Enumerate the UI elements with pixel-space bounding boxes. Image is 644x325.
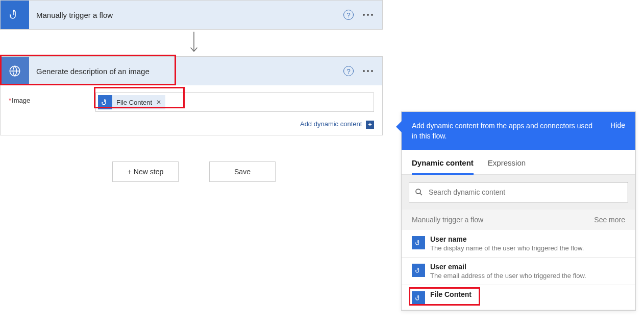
action-header[interactable]: Generate description of an image ? [1,57,382,85]
section-title: Manually trigger a flow [412,216,483,224]
search-box[interactable] [409,182,628,202]
item-desc: The display name of the user who trigger… [430,244,625,252]
panel-header-text: Add dynamic content from the apps and co… [412,121,596,141]
svg-line-4 [420,193,422,195]
trigger-icon [412,264,425,277]
trigger-title: Manually trigger a flow [29,11,343,19]
panel-tabs: Dynamic content Expression [402,150,635,175]
panel-caret-icon [396,121,402,132]
action-title: Generate description of an image [29,67,343,76]
save-button[interactable]: Save [209,161,276,182]
tab-expression[interactable]: Expression [488,158,526,174]
hide-button[interactable]: Hide [610,121,625,129]
item-title: File Content [430,290,625,298]
token-remove-icon[interactable]: ✕ [156,99,161,106]
token-icon [98,95,112,109]
connector-arrow [189,32,199,54]
trigger-icon [412,236,425,249]
panel-header: Add dynamic content from the apps and co… [402,112,635,150]
item-title: User email [430,263,625,271]
search-wrap [402,175,635,210]
search-icon [414,188,424,197]
field-label: *Image [9,92,95,104]
trigger-header[interactable]: Manually trigger a flow ? [1,1,382,29]
trigger-icon [1,1,29,29]
action-body: *Image File Content ✕ [1,85,382,117]
section-head: Manually trigger a flow See more [402,210,635,230]
help-icon[interactable]: ? [343,66,354,76]
dc-item-user-email[interactable]: User email The email address of the user… [402,258,635,285]
add-dynamic-row: Add dynamic content + [1,117,382,135]
add-dynamic-link[interactable]: Add dynamic content [300,120,362,128]
file-content-token[interactable]: File Content ✕ [98,95,165,109]
trigger-icon [412,291,425,305]
dc-item-user-name[interactable]: User name The display name of the user w… [402,230,635,258]
trigger-card[interactable]: Manually trigger a flow ? [0,0,383,30]
footer-buttons: + New step Save [112,161,276,182]
svg-point-0 [13,10,14,11]
help-icon[interactable]: ? [343,10,354,20]
token-label: File Content [116,99,152,106]
more-icon[interactable] [363,14,373,16]
see-more-button[interactable]: See more [594,216,625,224]
action-card[interactable]: Generate description of an image ? *Imag… [0,56,383,135]
add-dynamic-plus-icon[interactable]: + [366,121,374,129]
tab-dynamic-content[interactable]: Dynamic content [412,158,474,175]
item-desc: The email address of the user who trigge… [430,272,625,280]
search-input[interactable] [429,188,623,196]
dc-item-file-content[interactable]: File Content [402,285,635,310]
flow-canvas: Manually trigger a flow ? Generate descr… [0,0,388,30]
dynamic-content-panel: Add dynamic content from the apps and co… [401,111,636,311]
image-input[interactable]: File Content ✕ [95,92,374,112]
new-step-button[interactable]: + New step [112,161,179,182]
item-title: User name [430,235,625,243]
svg-point-3 [416,189,420,194]
action-icon [1,57,29,85]
more-icon[interactable] [363,70,373,72]
